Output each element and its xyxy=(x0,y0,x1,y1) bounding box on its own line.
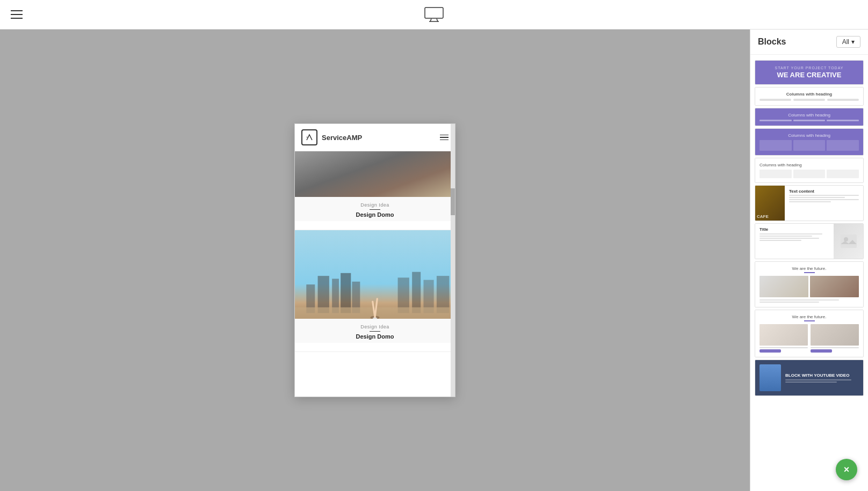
block-columns-white[interactable]: Columns with heading xyxy=(755,87,864,106)
block-purple-col-label: Columns with heading xyxy=(760,113,859,118)
gray-cell-3 xyxy=(827,170,859,178)
block-columns-purple2[interactable]: Columns with heading xyxy=(755,128,864,156)
sidebar-blocks: START YOUR PROJECT TODAY WE ARE CREATIVE… xyxy=(750,55,868,491)
block-gray-grid xyxy=(760,170,859,178)
block-hero-main: WE ARE CREATIVE xyxy=(761,71,858,79)
svg-rect-11 xyxy=(412,272,421,313)
block-cafe-content: CAFE Text content xyxy=(755,186,863,221)
future1-bottom-lines xyxy=(760,299,859,303)
svg-point-24 xyxy=(844,237,848,241)
block-future1[interactable]: We are the future. xyxy=(755,261,864,307)
cafe-line-3 xyxy=(789,199,859,200)
block-cafe-image: CAFE xyxy=(755,186,785,221)
title-line-1 xyxy=(760,233,822,234)
svg-rect-23 xyxy=(841,234,857,248)
block-youtube[interactable]: BLOCK WITH YOUTUBE VIDEO xyxy=(755,360,864,396)
block-columns-gray[interactable]: Columns with heading xyxy=(755,158,864,183)
purple-col-line-2 xyxy=(793,120,826,121)
purple-col-line-1 xyxy=(760,120,792,121)
block-title-img-content: Title xyxy=(755,224,863,259)
block-purple-grid xyxy=(760,140,859,151)
phone-card-2-body: Design Idea Design Domo xyxy=(295,319,455,343)
block-purple2-label: Columns with heading xyxy=(760,133,859,138)
sidebar-filter-button[interactable]: All ▾ xyxy=(836,36,860,48)
phone-nav: ServiceAMP xyxy=(295,124,455,151)
sidebar-header: Blocks All ▾ xyxy=(750,30,868,55)
future2-grid xyxy=(760,324,859,353)
cafe-title: Text content xyxy=(789,189,859,194)
block-cafe[interactable]: CAFE Text content xyxy=(755,185,864,221)
block-title-img[interactable]: Title xyxy=(755,223,864,259)
block-columns-white-label: Columns with heading xyxy=(760,92,859,97)
future2-card-1 xyxy=(760,324,808,353)
block-columns-purple1[interactable]: Columns with heading xyxy=(755,108,864,126)
future2-accent xyxy=(804,320,815,321)
purple-cell-1 xyxy=(760,140,792,151)
block-columns-white-lines xyxy=(760,99,859,101)
future2-title: We are the future. xyxy=(760,314,859,319)
phone-card-1-image xyxy=(295,151,455,197)
purple-cell-2 xyxy=(793,140,826,151)
youtube-text-content: BLOCK WITH YOUTUBE VIDEO xyxy=(785,373,859,383)
block-gray-label: Columns with heading xyxy=(760,163,859,167)
future2-label-1 xyxy=(760,347,808,348)
youtube-line-1 xyxy=(785,379,851,380)
phone-preview: ServiceAMP Design Idea Design Domo xyxy=(294,123,455,397)
block-columns-white-content: Columns with heading xyxy=(755,87,863,105)
future2-label-2 xyxy=(811,347,859,348)
future1-title: We are the future. xyxy=(760,266,859,271)
future1-cell-2 xyxy=(810,276,859,297)
block-col-line-3 xyxy=(827,99,859,101)
youtube-person-img xyxy=(760,364,781,391)
close-icon: × xyxy=(844,464,850,475)
youtube-lines xyxy=(785,379,859,383)
title-text-lines xyxy=(760,233,829,241)
monitor-icon xyxy=(424,7,444,22)
purple-cell-3 xyxy=(827,140,859,151)
block-purple-columns2-content: Columns with heading xyxy=(755,129,863,155)
phone-card-1-body: Design Idea Design Domo xyxy=(295,197,455,221)
svg-rect-22 xyxy=(373,318,378,319)
hamburger-menu[interactable] xyxy=(11,10,23,19)
phone-card-1-subtitle: Design Idea xyxy=(301,202,449,208)
phone-hamburger[interactable] xyxy=(440,135,449,141)
future1-bottom-line-1 xyxy=(760,299,839,301)
block-col-line-2 xyxy=(793,99,825,101)
future1-grid xyxy=(760,276,859,297)
phone-card-2-divider xyxy=(370,331,380,332)
block-youtube-content: BLOCK WITH YOUTUBE VIDEO xyxy=(755,360,863,395)
sidebar-title: Blocks xyxy=(758,37,786,47)
future2-img-2 xyxy=(811,324,859,346)
svg-rect-8 xyxy=(341,273,351,313)
title-line-2 xyxy=(760,236,812,237)
future2-btn-2 xyxy=(811,349,832,353)
phone-card-2-title: Design Domo xyxy=(301,333,449,340)
close-button[interactable]: × xyxy=(836,459,857,480)
block-purple-hero-content: START YOUR PROJECT TODAY WE ARE CREATIVE xyxy=(755,61,863,84)
sidebar: Blocks All ▾ START YOUR PROJECT TODAY WE… xyxy=(750,30,868,491)
canvas-area: ServiceAMP Design Idea Design Domo xyxy=(0,30,750,491)
phone-card-1-title: Design Domo xyxy=(301,211,449,218)
block-future2-content: We are the future. xyxy=(755,310,863,357)
cafe-line-4 xyxy=(789,201,831,202)
block-future1-content: We are the future. xyxy=(755,262,863,307)
phone-card-2-subtitle: Design Idea xyxy=(301,324,449,329)
block-hero-sub: START YOUR PROJECT TODAY xyxy=(761,66,858,70)
cafe-line-1 xyxy=(789,195,859,196)
gray-cell-2 xyxy=(793,170,826,178)
future1-bottom-line-2 xyxy=(760,302,819,303)
youtube-title: BLOCK WITH YOUTUBE VIDEO xyxy=(785,373,859,378)
youtube-line-2 xyxy=(785,382,837,383)
block-future2[interactable]: We are the future. xyxy=(755,310,864,357)
future1-cell-1 xyxy=(760,276,808,297)
block-we-are-creative[interactable]: START YOUR PROJECT TODAY WE ARE CREATIVE xyxy=(755,60,864,85)
block-title-text: Title xyxy=(755,224,834,259)
phone-content: Design Idea Design Domo xyxy=(295,151,455,396)
phone-logo-icon xyxy=(301,129,317,145)
phone-card-2: Design Idea Design Domo xyxy=(295,230,455,352)
phone-card-1-divider xyxy=(370,209,380,210)
phone-card-1: Design Idea Design Domo xyxy=(295,151,455,230)
filter-label: All xyxy=(842,38,849,46)
phone-scrollbar[interactable] xyxy=(451,124,455,397)
future2-card-2 xyxy=(811,324,859,353)
